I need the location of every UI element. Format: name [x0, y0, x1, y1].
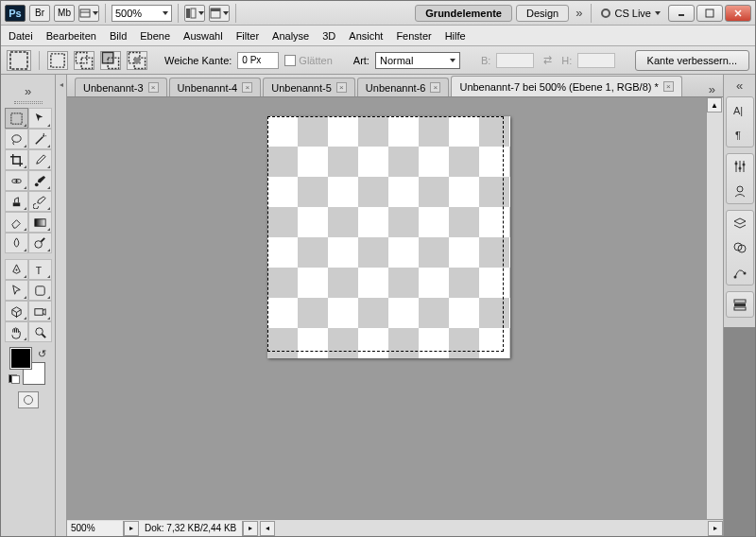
menu-bearbeiten[interactable]: Bearbeiten [46, 30, 96, 42]
tool-eraser[interactable] [5, 212, 28, 233]
tool-path-select[interactable] [5, 280, 28, 301]
toolbox-collapse-button[interactable]: » [3, 78, 53, 98]
tool-healing[interactable] [5, 170, 28, 191]
workspace-essentials-button[interactable]: Grundelemente [415, 5, 512, 22]
tab-unbenannt-3[interactable]: Unbenannt-3× [75, 78, 167, 96]
screen-mode-button[interactable] [209, 5, 230, 22]
maximize-button[interactable] [696, 5, 723, 22]
menu-datei[interactable]: Datei [9, 30, 33, 42]
tool-move[interactable] [28, 108, 52, 129]
tool-hand[interactable] [5, 321, 28, 342]
quick-mask-button[interactable] [18, 391, 39, 408]
svg-rect-2 [186, 9, 190, 18]
menu-ebene[interactable]: Ebene [140, 30, 170, 42]
tool-eyedropper[interactable] [28, 149, 52, 170]
menu-auswahl[interactable]: Auswahl [183, 30, 223, 42]
channels-panel-icon[interactable] [730, 238, 750, 257]
status-bar: 500% ▸ Dok: 7,32 KB/2,44 KB ▸ ◂ ▸ [67, 519, 723, 536]
tab-unbenannt-5[interactable]: Unbenannt-5× [263, 78, 355, 96]
tool-type[interactable]: T [28, 259, 52, 280]
tool-marquee[interactable] [5, 108, 28, 129]
minibridge-button[interactable]: Mb [54, 5, 75, 22]
new-selection-button[interactable] [47, 51, 68, 70]
menu-3d[interactable]: 3D [322, 30, 335, 42]
tab-label: Unbenannt-5 [271, 82, 332, 94]
close-icon[interactable]: × [148, 82, 159, 93]
view-extras-button[interactable] [78, 5, 99, 22]
close-icon[interactable]: × [336, 82, 347, 93]
current-tool-icon[interactable] [7, 50, 31, 71]
close-icon[interactable]: × [242, 82, 252, 93]
panel-collapse-strip[interactable]: ◂ [56, 75, 67, 536]
tool-gradient[interactable] [28, 212, 52, 233]
workspace-design-button[interactable]: Design [516, 5, 569, 22]
zoom-level-combo[interactable]: 500% [112, 5, 172, 22]
layers-panel-icon[interactable] [730, 214, 750, 233]
character-panel-icon[interactable]: A| [730, 100, 750, 119]
history-panel-icon[interactable] [730, 295, 750, 314]
menu-filter[interactable]: Filter [236, 30, 259, 42]
tabs-overflow-button[interactable]: » [701, 82, 723, 96]
tab-unbenannt-7[interactable]: Unbenannt-7 bei 500% (Ebene 1, RGB/8) *× [451, 76, 681, 96]
tool-3d[interactable] [5, 301, 28, 321]
arrange-documents-button[interactable] [184, 5, 205, 22]
tool-magic-wand[interactable] [28, 129, 52, 149]
dock-expand-button[interactable]: « [733, 78, 746, 93]
tool-crop[interactable] [5, 149, 28, 170]
menu-analyse[interactable]: Analyse [272, 30, 309, 42]
tool-3d-camera[interactable] [28, 301, 52, 321]
feather-label: Weiche Kante: [164, 55, 232, 66]
vertical-scrollbar[interactable]: ▲ [706, 97, 723, 519]
paragraph-panel-icon[interactable]: ¶ [730, 125, 750, 144]
svg-rect-36 [34, 308, 42, 315]
swap-colors-icon[interactable]: ↺ [38, 348, 46, 360]
toolbox-grip[interactable] [5, 98, 52, 106]
menu-ansicht[interactable]: Ansicht [349, 30, 383, 42]
add-selection-button[interactable] [74, 51, 94, 70]
paths-panel-icon[interactable] [730, 263, 750, 282]
close-icon[interactable]: × [430, 82, 440, 93]
masks-panel-icon[interactable] [730, 182, 750, 200]
intersect-selection-button[interactable] [127, 51, 147, 70]
minimize-button[interactable] [668, 5, 695, 22]
tool-shape[interactable] [28, 280, 52, 301]
canvas[interactable] [267, 116, 510, 358]
tool-zoom[interactable] [28, 321, 52, 342]
adjustments-panel-icon[interactable] [730, 157, 750, 176]
status-menu-button[interactable]: ▸ [124, 521, 139, 536]
menu-hilfe[interactable]: Hilfe [445, 30, 466, 42]
svg-point-45 [738, 167, 741, 170]
feather-input[interactable]: 0 Px [237, 52, 279, 69]
bridge-button[interactable]: Br [29, 5, 50, 22]
tool-brush[interactable] [28, 170, 52, 191]
scroll-right-button[interactable]: ▸ [708, 521, 723, 536]
style-label: Art: [353, 55, 369, 66]
tool-pen[interactable] [5, 259, 28, 280]
close-button[interactable] [725, 5, 751, 22]
status-zoom-input[interactable]: 500% [67, 521, 124, 536]
menu-bild[interactable]: Bild [110, 30, 127, 42]
color-swatches[interactable]: ↺ [9, 348, 48, 384]
workspace-more-button[interactable]: » [573, 6, 585, 20]
cslive-button[interactable]: CS Live [601, 8, 661, 19]
default-colors-icon[interactable] [9, 374, 20, 384]
close-icon[interactable]: × [663, 81, 674, 92]
foreground-color-swatch[interactable] [10, 348, 31, 369]
canvas-viewport[interactable]: ▲ 500% ▸ Dok: 7,32 KB/2,44 KB ▸ ◂ ▸ [67, 97, 723, 536]
refine-edge-button[interactable]: Kante verbessern... [635, 50, 749, 71]
width-input [496, 53, 534, 68]
scroll-up-button[interactable]: ▲ [707, 97, 722, 113]
tool-history-brush[interactable] [28, 191, 52, 212]
tool-clone-stamp[interactable] [5, 191, 28, 212]
tab-unbenannt-6[interactable]: Unbenannt-6× [357, 78, 450, 96]
tool-blur[interactable] [5, 233, 28, 253]
tool-dodge[interactable] [28, 233, 52, 253]
photoshop-logo-icon: Ps [5, 5, 26, 22]
tab-unbenannt-4[interactable]: Unbenannt-4× [169, 78, 262, 96]
subtract-selection-button[interactable] [100, 51, 121, 70]
tool-lasso[interactable] [5, 129, 28, 149]
status-arrow-button[interactable]: ▸ [243, 521, 258, 536]
menu-fenster[interactable]: Fenster [396, 30, 431, 42]
scroll-left-button[interactable]: ◂ [260, 521, 275, 536]
style-combo[interactable]: Normal [375, 52, 460, 69]
